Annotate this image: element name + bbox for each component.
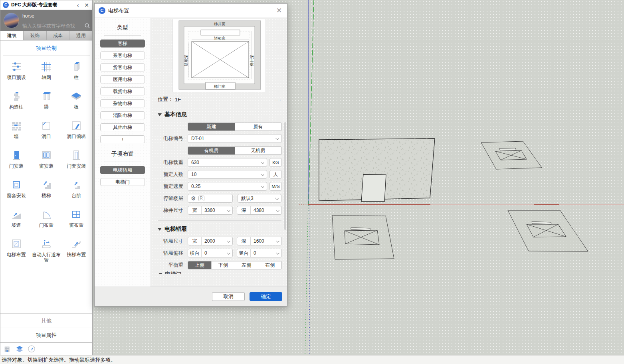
stop-floors-select[interactable]: 默认3: [238, 194, 281, 203]
building-icon[interactable]: [4, 345, 12, 353]
subitem-button-elevator-door[interactable]: 电梯门: [100, 178, 145, 186]
tool-moving-walkway-layout[interactable]: 自动人行道布置: [31, 234, 61, 264]
type-button-passenger-lift[interactable]: 客梯: [100, 40, 145, 47]
type-button-dumbwaiter-elevator[interactable]: 杂物电梯: [100, 99, 145, 107]
elevator-car-header[interactable]: 电梯轿厢: [151, 221, 287, 235]
toggle-without-machine-room[interactable]: 无机房: [235, 147, 281, 154]
collapse-arrow-icon: [158, 113, 162, 116]
tool-axis-grid[interactable]: 轴网: [31, 57, 61, 87]
3d-viewport-canvas[interactable]: [0, 0, 624, 364]
navigation-icon[interactable]: [28, 345, 36, 353]
tool-stairs[interactable]: 楼梯: [31, 175, 61, 205]
type-button-add[interactable]: +: [100, 135, 145, 143]
avatar[interactable]: [4, 13, 19, 28]
tool-doorframe-install[interactable]: 门套安装: [61, 146, 91, 175]
elevator-plan-plate-bottomright[interactable]: [508, 210, 588, 251]
elevator-number-row: 电梯编号 DT-01: [151, 133, 287, 144]
subitem-button-elevator-car[interactable]: 电梯轿厢: [100, 166, 145, 174]
steps-icon: [70, 179, 82, 191]
car-offset-horizontal-select[interactable]: 横向 0: [188, 249, 233, 257]
rated-persons-select[interactable]: 10: [188, 170, 267, 179]
tool-slab[interactable]: 板: [61, 87, 91, 116]
machine-room-toggle: 有机房 无机房: [188, 146, 282, 155]
chevron-down-icon: [261, 184, 264, 188]
section-title: 项目绘制: [0, 41, 92, 55]
tool-window-layout[interactable]: 窗布置: [61, 205, 91, 234]
car-offset-vertical-select[interactable]: 竖向 0: [237, 249, 282, 257]
more-options-icon[interactable]: ···: [275, 97, 281, 103]
elevator-plan-plate-topright[interactable]: [481, 141, 542, 169]
tool-opening[interactable]: 洞口: [31, 116, 61, 146]
form-scrollbar[interactable]: [284, 122, 286, 230]
rated-speed-label: 额定速度: [158, 183, 183, 190]
tool-project-presets[interactable]: 项目预设: [1, 57, 31, 87]
tool-steps[interactable]: 台阶: [61, 175, 91, 205]
dialog-titlebar[interactable]: C 电梯布置 ✕: [95, 4, 287, 18]
basic-info-header[interactable]: 基本信息: [151, 106, 287, 121]
counterweight-label: 平衡重: [158, 262, 183, 269]
tab-architecture[interactable]: 建筑: [0, 31, 23, 40]
type-button-medical-elevator[interactable]: 医用电梯: [100, 75, 145, 83]
textured-wall-slab[interactable]: [319, 138, 435, 202]
cancel-button[interactable]: 取消: [212, 292, 245, 301]
elevator-number-label: 电梯编号: [158, 135, 183, 142]
type-button-cargo-elevator[interactable]: 载货电梯: [100, 87, 145, 95]
elevator-load-select[interactable]: 630: [188, 158, 267, 167]
stop-floors-field[interactable]: ⚙ R: [188, 194, 233, 203]
sidebar-item-project-properties[interactable]: 项目属性: [0, 328, 92, 343]
tool-structural-column[interactable]: 构造柱: [1, 87, 31, 116]
tab-decoration[interactable]: 装饰: [23, 31, 46, 40]
tool-window-install[interactable]: 窗安装: [31, 146, 61, 175]
shaft-depth-select[interactable]: 深 4380: [237, 206, 282, 215]
chevron-down-icon: [261, 160, 264, 164]
tool-ramp[interactable]: 坡道: [1, 205, 31, 234]
opening-edit-icon: [70, 120, 82, 132]
category-tabs: 建筑 装饰 成本 通用: [0, 31, 92, 41]
tool-column[interactable]: 柱: [61, 57, 91, 87]
tool-windowframe-install[interactable]: 窗套安装: [1, 175, 31, 205]
tab-general[interactable]: 通用: [69, 31, 92, 40]
collapse-left-icon[interactable]: ‹: [75, 2, 81, 8]
search-icon[interactable]: [84, 23, 90, 29]
tab-cost[interactable]: 成本: [46, 31, 69, 40]
tool-escalator-layout[interactable]: 扶梯布置: [61, 234, 91, 264]
load-unit-chip: KG: [269, 158, 282, 167]
dialog-title: 电梯布置: [108, 7, 272, 14]
type-button-freight-passenger-elevator[interactable]: 货客电梯: [100, 63, 145, 71]
toggle-existing[interactable]: 原有: [235, 123, 281, 131]
tool-elevator-layout[interactable]: 电梯布置: [1, 234, 31, 264]
type-button-passenger-elevator[interactable]: 乘客电梯: [100, 51, 145, 59]
rated-speed-select[interactable]: 0.25: [188, 182, 267, 191]
counterweight-right[interactable]: 右侧: [258, 261, 281, 269]
car-depth-select[interactable]: 深 1600: [237, 237, 282, 245]
dialog-close-icon[interactable]: ✕: [275, 6, 283, 15]
tool-beam[interactable]: 梁: [31, 87, 61, 116]
counterweight-top[interactable]: 上侧: [188, 261, 211, 269]
elevator-plan-plate-bottomleft[interactable]: [332, 216, 394, 259]
elevator-load-row: 电梯载重 630 KG: [151, 156, 287, 168]
divider: [104, 35, 141, 36]
gear-icon[interactable]: ⚙: [191, 196, 196, 201]
tool-opening-edit[interactable]: 洞口编辑: [61, 116, 91, 146]
sidebar-item-other[interactable]: 其他: [0, 313, 92, 328]
elevator-number-select[interactable]: DT-01: [188, 134, 282, 143]
toggle-new[interactable]: 新建: [188, 123, 235, 131]
close-icon[interactable]: ✕: [83, 2, 90, 8]
type-button-other-elevator[interactable]: 其他电梯: [100, 123, 145, 131]
car-width-select[interactable]: 宽 2000: [188, 237, 233, 245]
type-button-fire-elevator[interactable]: 消防电梯: [100, 111, 145, 119]
chevron-down-icon: [275, 196, 279, 200]
counterweight-left[interactable]: 左侧: [235, 261, 258, 269]
counterweight-bottom[interactable]: 下侧: [211, 261, 235, 269]
layers-icon[interactable]: [16, 345, 24, 353]
sliders-icon: [10, 61, 22, 73]
toggle-with-machine-room[interactable]: 有机房: [188, 147, 235, 154]
ok-button[interactable]: 确定: [250, 292, 282, 301]
search-input[interactable]: [22, 23, 84, 29]
tool-wall[interactable]: 墙: [1, 116, 31, 146]
tool-door-install[interactable]: 门安装: [1, 146, 31, 175]
tool-door-layout[interactable]: 门布置: [31, 205, 61, 234]
shaft-width-select[interactable]: 宽 3360: [188, 206, 233, 215]
sidebar-panel: C DFC 大师版-专业套餐 ‹ ✕ horse 建筑 装饰 成本: [0, 0, 93, 355]
status-bar: 选择对象。切换到扩充选择。拖动鼠标选择多项。: [0, 355, 624, 364]
